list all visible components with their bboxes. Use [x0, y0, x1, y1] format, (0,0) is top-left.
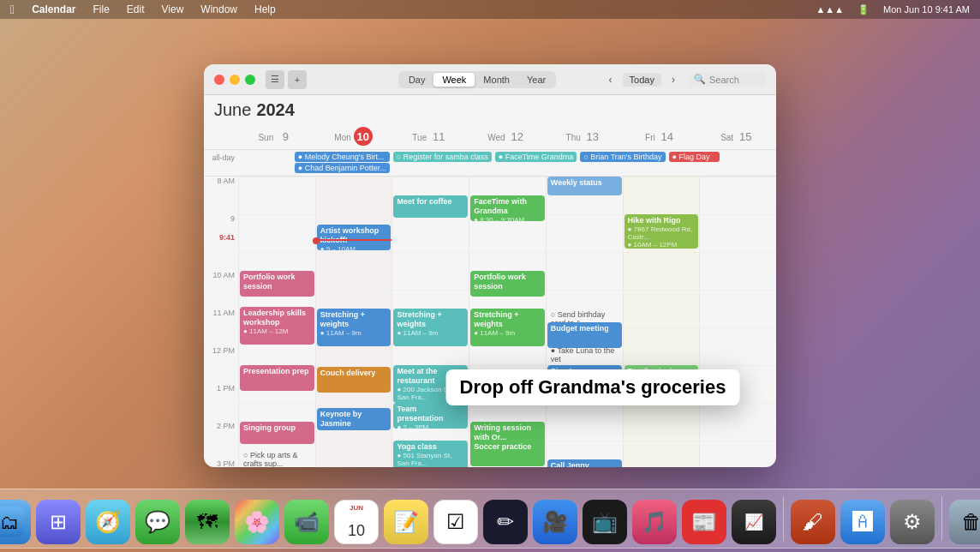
- time-8am: 8 AM: [204, 177, 238, 214]
- allday-event-flagday[interactable]: ● Flag Day: [669, 152, 720, 162]
- close-button[interactable]: [214, 75, 224, 85]
- dock: 🗂 ⊞ 🧭 💬 🗺 🌸 📹 Jun 10 📝 ☑ ✏ 🎥 📺 🎵 📰: [0, 489, 980, 549]
- col-fri: Hike with Rigo ● 7867 Redwood Rd, Castr.…: [623, 177, 700, 467]
- dock-messages[interactable]: 💬: [135, 500, 180, 544]
- col-sat: [699, 177, 776, 467]
- time-3pm: 3 PM: [204, 459, 238, 467]
- datetime: Mon Jun 10 9:41 AM: [880, 4, 973, 15]
- dock-zoom[interactable]: 🎥: [533, 500, 577, 544]
- evt-weekly-thu[interactable]: Weekly status: [547, 177, 622, 195]
- allday-event-facetime[interactable]: ● FaceTime Grandma: [495, 152, 577, 162]
- dock-launchpad[interactable]: ⊞: [36, 500, 81, 544]
- search-box[interactable]: 🔍 Search: [689, 72, 766, 87]
- app-name[interactable]: Calendar: [28, 3, 79, 15]
- allday-event-chad[interactable]: ● Chad Benjamin Potter...: [295, 163, 390, 173]
- col-wed: FaceTime with Grandma ● 8:30 – 9:30AM Po…: [469, 177, 546, 467]
- dock-freeform[interactable]: ✏: [483, 500, 528, 544]
- dock-calendar[interactable]: Jun 10: [334, 500, 379, 544]
- traffic-lights: [214, 75, 255, 85]
- dock-reminders[interactable]: ☑: [433, 500, 478, 544]
- allday-event-brian[interactable]: ○ Brian Tran's Birthday: [580, 152, 665, 162]
- evt-soccer-wed[interactable]: Soccer practice: [470, 441, 545, 466]
- allday-event-melody[interactable]: ● Melody Cheung's Birt...: [295, 152, 390, 162]
- dock-separator-2: [941, 496, 942, 541]
- evt-portfolio-wed[interactable]: Portfolio work session: [470, 271, 545, 297]
- tab-week[interactable]: Week: [433, 73, 475, 87]
- cal-header: June 2024: [204, 95, 776, 123]
- menubar-left:  Calendar File Edit View Window Help: [7, 3, 279, 16]
- evt-stretching-mon[interactable]: Stretching + weights ● 11AM – 9m: [317, 309, 391, 346]
- allday-event-samba[interactable]: ○ Register for samba class: [393, 152, 492, 162]
- evt-keynote-mon[interactable]: Keynote by Jasmine: [317, 408, 391, 430]
- time-grid: 8 AM 9 9:41 10 AM 11 AM 12 PM 1 PM 2 PM …: [204, 177, 776, 467]
- apple-menu[interactable]: : [7, 3, 18, 16]
- minimize-button[interactable]: [230, 75, 240, 85]
- dock-appletv[interactable]: 📺: [583, 500, 627, 544]
- menu-window[interactable]: Window: [197, 3, 241, 15]
- dock-photos[interactable]: 🌸: [235, 500, 279, 544]
- nav-controls: ‹ Today ›: [602, 71, 682, 88]
- col-sun: Portfolio work session Leadership skills…: [238, 177, 315, 467]
- allday-tue: ○ Register for samba class: [391, 150, 493, 176]
- dock-notes[interactable]: 📝: [384, 500, 428, 544]
- prev-button[interactable]: ‹: [602, 71, 619, 88]
- battery-icon: 🔋: [854, 4, 873, 15]
- tab-day[interactable]: Day: [400, 73, 434, 87]
- evt-singing-sun[interactable]: Singing group: [240, 422, 314, 444]
- toolbar-icons: ☰ +: [266, 70, 307, 89]
- sidebar-toggle-icon[interactable]: ☰: [266, 70, 284, 89]
- dock-trash[interactable]: 🗑: [949, 500, 980, 544]
- col-mon: Artist workshop kickoff! ● 9 – 10AM Stre…: [315, 177, 392, 467]
- evt-artist-mon[interactable]: Artist workshop kickoff! ● 9 – 10AM: [317, 225, 391, 250]
- dock-music[interactable]: 🎵: [632, 500, 677, 544]
- evt-luna-thu[interactable]: ● Take Luna to the vet: [547, 345, 622, 363]
- allday-label: all-day: [204, 150, 238, 176]
- maximize-button[interactable]: [245, 75, 255, 85]
- time-1pm: 1 PM: [204, 384, 238, 422]
- menu-help[interactable]: Help: [251, 3, 279, 15]
- dock-maps[interactable]: 🗺: [185, 500, 230, 544]
- next-button[interactable]: ›: [665, 71, 682, 88]
- evt-coffee-tue[interactable]: Meet for coffee: [393, 195, 468, 218]
- day-headers: Sun9 Mon10 Tue11 Wed12 Thu13 Fri14 Sat15: [204, 123, 776, 150]
- menu-edit[interactable]: Edit: [123, 3, 148, 15]
- evt-hike-sat[interactable]: Hike with Rigo ● 7867 Redwood Rd, Castr.…: [624, 214, 699, 249]
- allday-fri: ● Flag Day: [667, 150, 722, 176]
- time-12pm: 12 PM: [204, 346, 238, 384]
- evt-stretching-tue[interactable]: Stretching + weights ● 11AM – 9m: [393, 309, 468, 346]
- allday-mon: ● Melody Cheung's Birt... ● Chad Benjami…: [293, 150, 391, 176]
- allday-row: all-day ● Melody Cheung's Birt... ● Chad…: [204, 150, 776, 177]
- dock-finder[interactable]: 🗂: [0, 500, 31, 544]
- time-11am: 11 AM: [204, 309, 238, 346]
- tab-year[interactable]: Year: [518, 73, 554, 87]
- dock-safari[interactable]: 🧭: [86, 500, 130, 544]
- dock-facetime[interactable]: 📹: [284, 500, 329, 544]
- dock-swift[interactable]: 🖌: [791, 500, 835, 544]
- menu-file[interactable]: File: [89, 3, 112, 15]
- evt-pickup-sun[interactable]: ○ Pick up arts & crafts sup...: [240, 449, 314, 467]
- evt-facetime-wed[interactable]: FaceTime with Grandma ● 8:30 – 9:30AM: [470, 195, 545, 221]
- evt-yoga-tue[interactable]: Yoga class ● 501 Stanyan St, San Fra... …: [393, 441, 468, 467]
- allday-sun: [238, 150, 293, 176]
- day-header-mon: Mon10: [315, 123, 392, 149]
- add-event-icon[interactable]: +: [288, 70, 307, 89]
- dock-settings[interactable]: ⚙: [890, 500, 935, 544]
- evt-portfolio-sun[interactable]: Portfolio work session: [240, 271, 314, 297]
- evt-team-tue[interactable]: Team presentation ● 2 – 3PM: [393, 403, 468, 429]
- evt-leadership-sun[interactable]: Leadership skills workshop ● 11AM – 12M: [240, 307, 314, 345]
- evt-couch-mon[interactable]: Couch delivery: [317, 367, 391, 393]
- week-grid: Sun9 Mon10 Tue11 Wed12 Thu13 Fri14 Sat15: [204, 123, 776, 467]
- evt-call-thu[interactable]: Call Jenny: [547, 459, 622, 467]
- title-bar: ☰ + Day Week Month Year ‹ Today › 🔍 Sear…: [204, 64, 776, 95]
- today-button[interactable]: Today: [623, 73, 661, 87]
- col-tue: Meet for coffee Stretching + weights ● 1…: [391, 177, 469, 467]
- dock-news[interactable]: 📰: [682, 500, 726, 544]
- evt-presentation-sun[interactable]: Presentation prep: [240, 365, 314, 391]
- tab-month[interactable]: Month: [475, 73, 518, 87]
- dock-appstore[interactable]: 🅰: [840, 500, 885, 544]
- evt-stretching-wed[interactable]: Stretching + weights ● 11AM – 9m: [470, 309, 545, 346]
- dock-stocks[interactable]: 📈: [732, 500, 776, 544]
- day-header-wed: Wed12: [469, 123, 546, 149]
- search-placeholder: Search: [709, 75, 739, 85]
- menu-view[interactable]: View: [158, 3, 188, 15]
